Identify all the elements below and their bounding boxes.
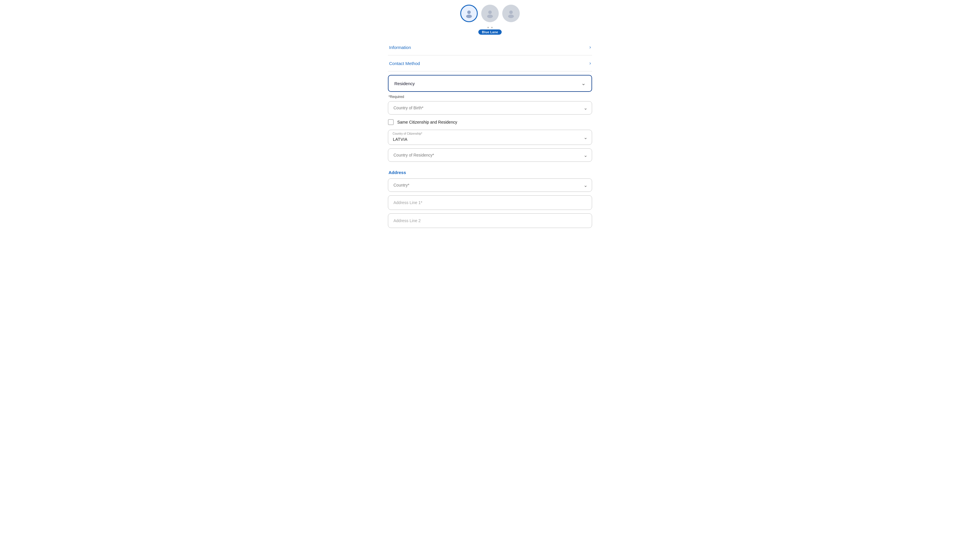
avatar-1 [460, 5, 478, 22]
svg-point-5 [508, 14, 514, 18]
avatar-3 [502, 5, 520, 22]
dot-2 [491, 27, 493, 28]
svg-point-0 [467, 11, 471, 14]
residency-chevron-icon: ⌄ [581, 80, 585, 87]
svg-point-1 [466, 14, 472, 18]
address-country-select[interactable]: Country* United States United Kingdom La… [388, 178, 592, 192]
residency-label: Residency [395, 81, 415, 86]
same-citizenship-label: Same Citizenship and Residency [397, 120, 457, 124]
country-of-birth-select[interactable]: Country of Birth* United States United K… [388, 101, 592, 114]
svg-point-4 [509, 11, 513, 14]
contact-method-nav-item[interactable]: Contact Method › [388, 55, 592, 71]
address-line2-input[interactable] [388, 213, 592, 228]
information-label: Information [389, 45, 411, 50]
blue-lane-badge: Blue Lane [478, 29, 501, 35]
address-line1-wrapper [388, 195, 592, 210]
svg-point-3 [487, 14, 493, 18]
country-residency-select[interactable]: Country of Residency* United States Unit… [388, 148, 592, 162]
country-citizenship-select[interactable]: LATVIA UNITED STATES UNITED KINGDOM GERM… [388, 130, 592, 145]
contact-method-arrow-icon: › [589, 61, 591, 66]
page-container: Blue Lane Information › Contact Method ›… [382, 0, 598, 539]
address-section-title: Address [388, 170, 592, 175]
same-citizenship-row: Same Citizenship and Residency [388, 118, 592, 126]
country-of-birth-wrapper: Country of Birth* United States United K… [388, 101, 592, 114]
progress-dots [487, 25, 493, 29]
address-line2-wrapper [388, 213, 592, 228]
address-country-wrapper: Country* United States United Kingdom La… [388, 178, 592, 192]
information-arrow-icon: › [589, 44, 591, 50]
residency-section-header[interactable]: Residency ⌄ [388, 75, 592, 92]
svg-point-2 [488, 11, 492, 14]
avatars-section [388, 0, 592, 25]
country-residency-wrapper: Country of Residency* United States Unit… [388, 148, 592, 162]
country-citizenship-wrapper: Country of Citizenship* LATVIA UNITED ST… [388, 130, 592, 145]
contact-method-label: Contact Method [389, 61, 420, 66]
address-line1-input[interactable] [388, 195, 592, 210]
avatar-2 [481, 5, 499, 22]
required-text: *Required [388, 95, 592, 99]
information-nav-item[interactable]: Information › [388, 40, 592, 55]
dot-1 [487, 27, 489, 28]
same-citizenship-checkbox[interactable] [388, 119, 394, 125]
